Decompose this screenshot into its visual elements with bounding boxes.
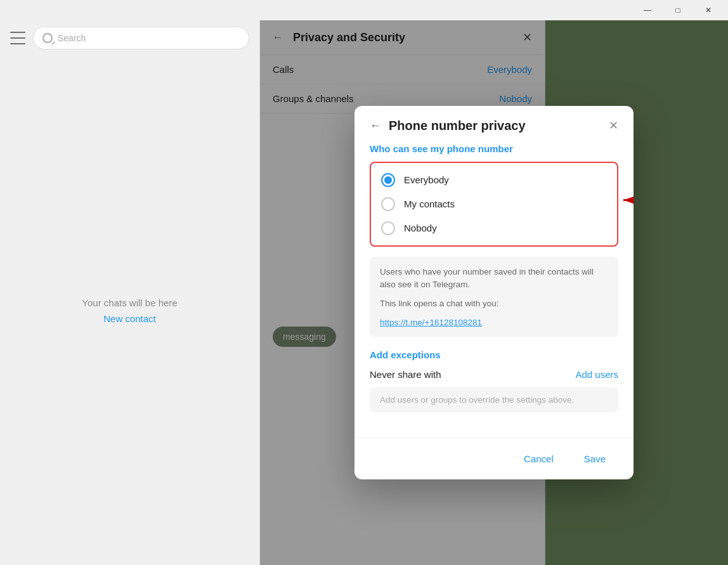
left-header: Search [0,20,259,56]
modal-body: Who can see my phone number [354,143,634,438]
add-users-button[interactable]: Add users [575,369,618,380]
new-contact-link[interactable]: New contact [103,313,156,324]
hamburger-menu-icon[interactable] [10,32,25,44]
radio-nobody[interactable]: Nobody [379,216,609,240]
maximize-button[interactable]: □ [663,0,692,20]
title-bar: — □ ✕ [0,0,728,20]
modal-overlay: ← Phone number privacy ✕ Who can see my … [260,20,728,565]
left-panel: Search Your chats will be here New conta… [0,20,260,565]
modal-back-button[interactable]: ← [370,119,381,133]
radio-mycontacts-circle [381,197,395,211]
save-button[interactable]: Save [571,448,618,469]
add-exceptions-label: Add exceptions [370,349,618,360]
right-panel: ← Privacy and Security ✕ Calls Everybody… [260,20,728,565]
radio-nobody-label: Nobody [404,223,437,233]
phone-number-privacy-modal: ← Phone number privacy ✕ Who can see my … [354,106,634,480]
modal-header: ← Phone number privacy ✕ [354,106,634,143]
close-button[interactable]: ✕ [694,0,723,20]
search-bar[interactable]: Search [33,27,249,49]
chats-placeholder-text: Your chats will be here [82,297,177,308]
never-share-label: Never share with [370,369,441,380]
radio-mycontacts-label: My contacts [404,198,455,209]
modal-close-button[interactable]: ✕ [609,119,618,133]
window-controls: — □ ✕ [633,0,723,20]
search-icon [42,33,53,43]
cancel-button[interactable]: Cancel [511,448,566,469]
visibility-radio-group: Everybody My contacts Nobody [370,162,618,247]
radio-everybody-label: Everybody [404,174,449,185]
app-container: Search Your chats will be here New conta… [0,20,728,565]
info-section: Users who have your number saved in thei… [370,257,618,337]
radio-everybody[interactable]: Everybody [379,168,609,192]
info-text-1: Users who have your number saved in thei… [380,266,608,292]
modal-title: Phone number privacy [389,119,601,133]
telegram-link[interactable]: https://t.me/+16128108281 [380,318,482,327]
modal-footer: Cancel Save [354,438,634,479]
info-text-2: This link opens a chat with you: [380,297,608,310]
never-share-row: Never share with Add users [370,369,618,380]
red-arrow-annotation [617,187,634,215]
who-can-see-label: Who can see my phone number [370,143,618,154]
search-placeholder: Search [58,33,86,43]
chats-placeholder-area: Your chats will be here New contact [0,56,259,565]
minimize-button[interactable]: — [633,0,662,20]
radio-everybody-circle [381,173,395,187]
radio-nobody-circle [381,221,395,235]
add-hint: Add users or groups to override the sett… [370,387,618,412]
radio-mycontacts[interactable]: My contacts [379,192,609,216]
